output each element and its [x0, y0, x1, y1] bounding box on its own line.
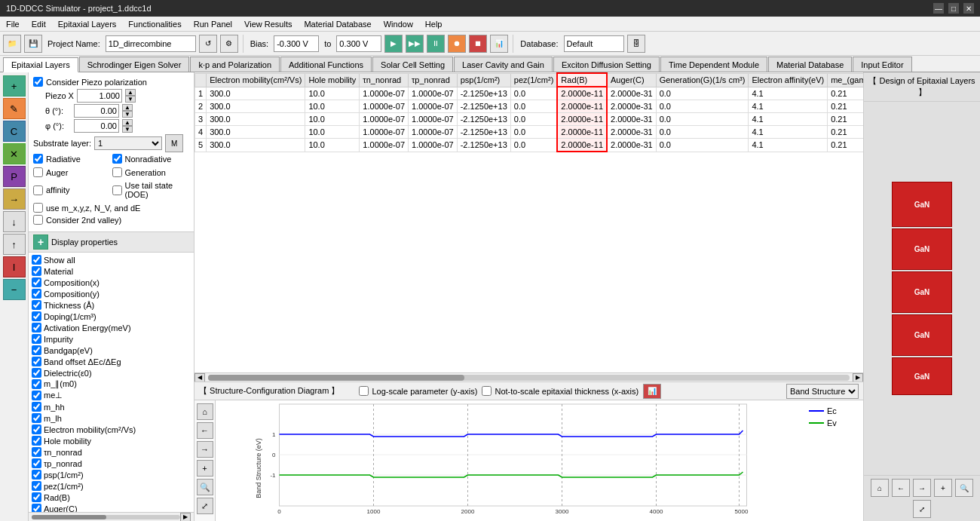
up-btn[interactable]: ↑: [3, 234, 26, 255]
meperp-checkbox[interactable]: [32, 391, 41, 400]
right-left-btn[interactable]: ←: [892, 479, 910, 497]
run-btn5[interactable]: ⏹: [469, 35, 487, 53]
right-expand-btn[interactable]: ⤢: [913, 500, 931, 518]
mpara-checkbox[interactable]: [32, 379, 41, 389]
chart-expand-btn[interactable]: ⤢: [197, 498, 213, 514]
valley2-checkbox[interactable]: [33, 215, 43, 225]
run-btn3[interactable]: ⏸: [427, 35, 445, 53]
chart-zoom-btn[interactable]: 🔍: [197, 479, 213, 495]
matrix-btn[interactable]: M: [165, 134, 183, 152]
right-home-btn[interactable]: ⌂: [871, 479, 889, 497]
right-plus-btn[interactable]: +: [934, 479, 952, 497]
bias-to-input[interactable]: [336, 35, 381, 52]
mhh-checkbox[interactable]: [32, 402, 41, 412]
bandgap-checkbox[interactable]: [32, 345, 41, 355]
theta-input[interactable]: [74, 104, 119, 118]
menu-functionalities[interactable]: Functionalities: [122, 17, 187, 31]
auger-checkbox[interactable]: [33, 167, 43, 177]
menu-window[interactable]: Window: [378, 17, 419, 31]
piezox-up[interactable]: ▲: [125, 89, 136, 96]
theta-down[interactable]: ▼: [122, 111, 133, 118]
pez-checkbox[interactable]: [32, 481, 41, 491]
tab-epitaxial[interactable]: Epitaxial Layers: [3, 57, 78, 72]
compx-checkbox[interactable]: [32, 277, 41, 287]
run-btn1[interactable]: ▶: [384, 35, 403, 53]
right-right-btn[interactable]: →: [913, 479, 931, 497]
right-search-btn[interactable]: 🔍: [955, 479, 973, 497]
compy-checkbox[interactable]: [32, 289, 41, 299]
down-btn[interactable]: ↓: [3, 211, 26, 232]
database-input[interactable]: [564, 35, 624, 52]
rad-checkbox[interactable]: [32, 492, 41, 502]
not-to-scale-checkbox[interactable]: [482, 386, 492, 396]
minimize-button[interactable]: —: [933, 3, 944, 14]
menu-help[interactable]: Help: [419, 17, 449, 31]
tab-exciton[interactable]: Exciton Diffusion Setting: [553, 57, 660, 72]
c-btn[interactable]: C: [3, 121, 26, 142]
tab-kp[interactable]: k·p and Polarization: [190, 57, 280, 72]
chart-right-btn[interactable]: →: [197, 441, 213, 458]
tab-material-db[interactable]: Material Database: [768, 57, 852, 72]
table-hscroll[interactable]: ◀ ▶: [194, 372, 863, 382]
edit-btn[interactable]: ✎: [3, 98, 26, 119]
tab-laser[interactable]: Laser Cavity and Gain: [454, 57, 553, 72]
radiative-checkbox[interactable]: [33, 154, 43, 164]
p-btn[interactable]: P: [3, 166, 26, 187]
table-scroll[interactable]: Electron mobility(cm²/Vs) Hole mobility …: [194, 72, 863, 372]
tab-time[interactable]: Time Dependent Module: [660, 57, 767, 72]
tab-input[interactable]: Input Editor: [853, 57, 911, 72]
run-btn4[interactable]: ⏺: [448, 35, 466, 53]
hscroll-right-btn[interactable]: ▶: [853, 373, 863, 382]
add-layer-btn[interactable]: +: [3, 75, 26, 97]
chart-icon-btn[interactable]: 📊: [643, 384, 661, 399]
auger-display-checkbox[interactable]: [32, 504, 41, 512]
close-button[interactable]: ✕: [963, 3, 974, 14]
thickness-checkbox[interactable]: [32, 300, 41, 310]
nonradiative-checkbox[interactable]: [112, 154, 122, 164]
menu-edit[interactable]: Edit: [26, 17, 52, 31]
dielectric-checkbox[interactable]: [32, 368, 41, 378]
bandoffset-checkbox[interactable]: [32, 357, 41, 366]
impurity-checkbox[interactable]: [32, 334, 41, 344]
doping-checkbox[interactable]: [32, 311, 41, 321]
toolbar-refresh-btn[interactable]: ↺: [199, 35, 217, 53]
hscroll-track[interactable]: [208, 375, 850, 381]
display-list-scroll[interactable]: ▶: [29, 512, 194, 521]
show-all-checkbox[interactable]: [32, 255, 41, 265]
log-scale-checkbox[interactable]: [359, 386, 369, 396]
tab-schrodinger[interactable]: Schrodinger Eigen Solver: [79, 57, 190, 72]
display-add-btn[interactable]: +: [33, 234, 48, 250]
toolbar-config-btn[interactable]: ⚙: [220, 35, 238, 53]
theta-up[interactable]: ▲: [122, 104, 133, 111]
phi-input[interactable]: [74, 119, 119, 133]
toolbar-open-btn[interactable]: 📁: [3, 35, 21, 53]
material-checkbox[interactable]: [32, 266, 41, 276]
phi-down[interactable]: ▼: [122, 126, 133, 133]
run-btn2[interactable]: ▶▶: [406, 35, 424, 53]
psp-checkbox[interactable]: [32, 470, 41, 480]
menu-material[interactable]: Material Database: [298, 17, 377, 31]
maximize-button[interactable]: □: [948, 3, 959, 14]
hscroll-left-btn[interactable]: ◀: [194, 373, 205, 382]
generation-checkbox[interactable]: [112, 167, 122, 177]
toolbar-save-btn[interactable]: 💾: [24, 35, 42, 53]
tab-solar[interactable]: Solar Cell Setting: [372, 57, 453, 72]
chart-plus-btn[interactable]: +: [197, 460, 213, 477]
tp-checkbox[interactable]: [32, 458, 41, 468]
database-btn[interactable]: 🗄: [627, 35, 645, 53]
piezox-input[interactable]: [77, 89, 122, 103]
chart-home-btn[interactable]: ⌂: [197, 403, 213, 420]
affinity-checkbox[interactable]: [33, 185, 43, 195]
scroll-right-btn[interactable]: ▶: [180, 513, 191, 522]
holemob-checkbox[interactable]: [32, 436, 41, 446]
menu-file[interactable]: File: [0, 17, 26, 31]
substrate-select[interactable]: 1: [94, 136, 162, 150]
tab-additional[interactable]: Additional Functions: [280, 57, 372, 72]
piezox-down[interactable]: ▼: [125, 96, 136, 103]
x-btn[interactable]: ✕: [3, 143, 26, 164]
phi-up[interactable]: ▲: [122, 119, 133, 126]
chart-btn[interactable]: 📊: [490, 35, 508, 53]
menu-run[interactable]: Run Panel: [188, 17, 238, 31]
tail-checkbox[interactable]: [112, 185, 122, 195]
band-structure-select[interactable]: Band Structure: [786, 384, 859, 399]
